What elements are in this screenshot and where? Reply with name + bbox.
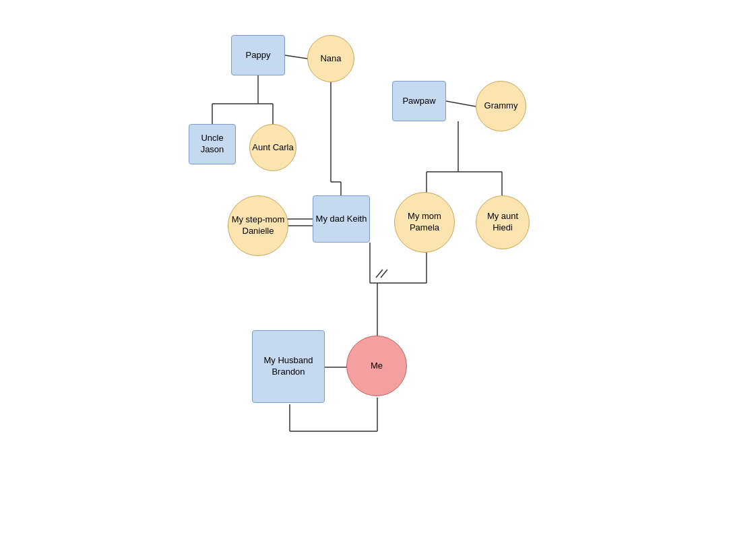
svg-line-0 (285, 55, 307, 59)
connector-lines (0, 0, 756, 535)
node-pawpaw: Pawpaw (392, 81, 446, 121)
node-pappy: Pappy (231, 35, 285, 75)
node-mom: My mom Pamela (394, 192, 455, 253)
node-aunt-carla: Aunt Carla (249, 124, 296, 171)
node-stepmom: My step-mom Danielle (228, 195, 288, 256)
svg-line-19 (381, 270, 387, 278)
node-nana: Nana (307, 35, 354, 82)
node-dad: My dad Keith (313, 195, 370, 243)
node-aunt-hiedi: My aunt Hiedi (476, 195, 530, 249)
node-grammy: Grammy (476, 81, 526, 131)
node-husband: My Husband Brandon (252, 330, 325, 403)
node-uncle-jason: Uncle Jason (189, 124, 236, 164)
node-me: Me (346, 336, 407, 396)
family-tree: Pappy Nana Uncle Jason Aunt Carla Pawpaw… (0, 0, 756, 535)
svg-line-8 (446, 101, 476, 106)
svg-line-18 (376, 270, 383, 278)
